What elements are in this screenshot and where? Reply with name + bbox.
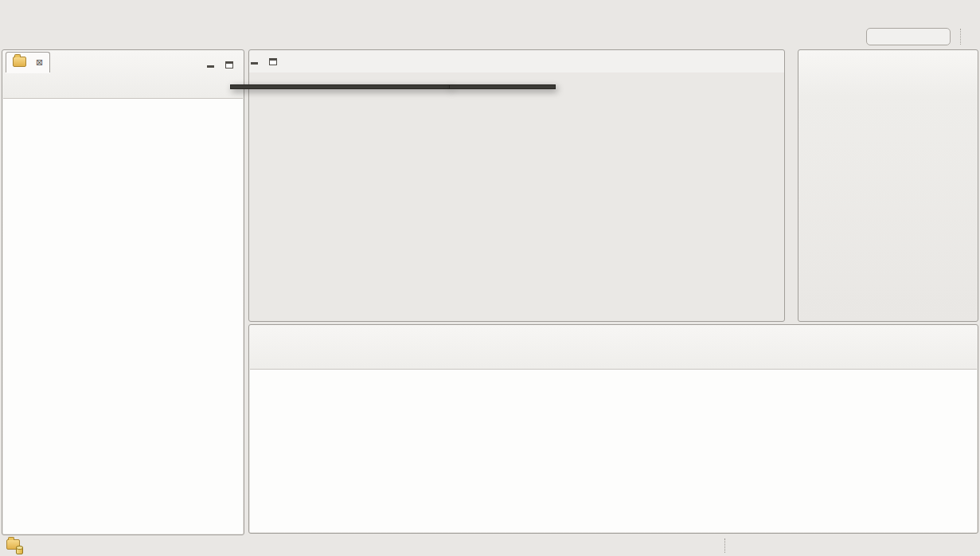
minimize-button[interactable]	[249, 57, 259, 66]
git-repositories-list	[250, 369, 977, 532]
project-explorer-panel: ⊠	[2, 49, 244, 535]
toolbar-separator	[960, 29, 961, 45]
eclipse-workbench: { "colors": { "window_bg": "#e9e7e4", "s…	[0, 0, 980, 556]
project-explorer-toolbar	[2, 72, 244, 98]
status-folder-icon	[6, 539, 20, 552]
bottom-panel	[248, 324, 978, 534]
git-repositories-toolbar	[249, 347, 978, 369]
minimize-button[interactable]	[205, 60, 215, 69]
main-toolbar	[0, 0, 980, 24]
outline-tabbar	[798, 50, 978, 72]
context-submenu	[449, 84, 556, 89]
project-explorer-icon	[13, 57, 26, 69]
secondary-toolbar	[0, 24, 980, 49]
maximize-button[interactable]	[225, 60, 234, 69]
outline-toolbar	[798, 72, 978, 98]
quick-access-input[interactable]	[866, 28, 951, 45]
outline-message	[798, 98, 978, 114]
context-menu	[230, 84, 451, 89]
bottom-tabbar	[249, 325, 978, 347]
outline-panel	[798, 49, 978, 322]
project-explorer-tree	[3, 98, 243, 534]
status-separator	[724, 538, 725, 553]
editor-area	[248, 49, 785, 322]
close-icon[interactable]: ⊠	[36, 57, 43, 68]
tab-project-explorer[interactable]: ⊠	[6, 52, 50, 72]
maximize-button[interactable]	[268, 57, 278, 66]
status-bar	[0, 535, 980, 556]
project-explorer-tabbar: ⊠	[2, 50, 244, 72]
